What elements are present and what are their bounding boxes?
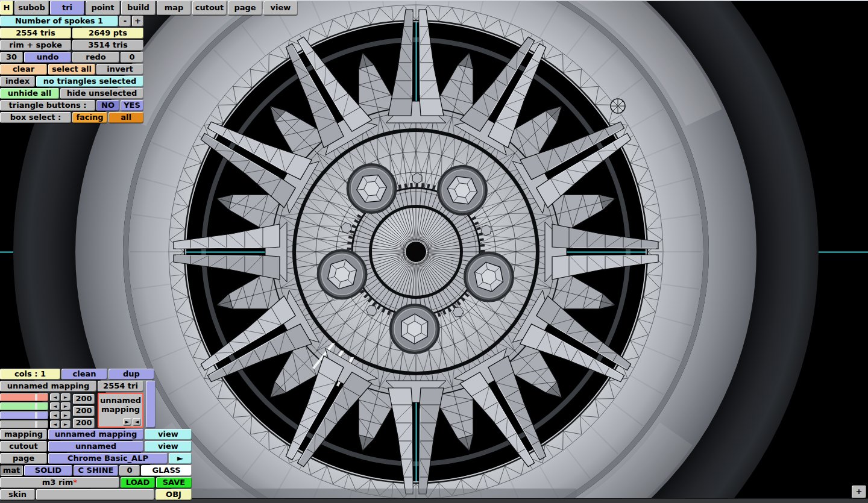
model-file-name[interactable]: m3 rim* [0, 477, 119, 488]
triangle-buttons-label: triangle buttons : [0, 100, 95, 111]
slider1-right-arrow[interactable]: ► [61, 393, 71, 401]
spokes-count-field[interactable]: Number of spokes 1 [0, 16, 118, 27]
skin-name-field[interactable] [36, 489, 154, 500]
save-button[interactable]: SAVE [156, 477, 192, 488]
slider3-left-arrow[interactable]: ◄ [50, 411, 60, 419]
spokes-increment-button[interactable]: + [132, 16, 143, 27]
clear-selection-button[interactable]: clear [0, 64, 47, 75]
active-mapping-line1: unnamed [99, 396, 142, 405]
tri-panel: Number of spokes 1 - + 2554 tris 2649 pt… [0, 16, 145, 124]
menu-tab-map[interactable]: map [157, 1, 191, 15]
mapping-panel: cols : 1 clean dup unnamed mapping 2554 … [0, 369, 193, 501]
slider-handle[interactable] [35, 421, 37, 428]
menu-tab-page[interactable]: page [228, 1, 262, 15]
mapping-prev-arrow[interactable]: ◄ [133, 418, 141, 425]
points-count-badge: 2649 pts [72, 28, 143, 39]
skin-button[interactable]: skin [0, 489, 35, 500]
slider3-value[interactable]: 200 [73, 418, 95, 428]
mapping-tri-count-badge: 2554 tri [98, 381, 143, 392]
mat-glass-button[interactable]: GLASS [141, 465, 192, 476]
clean-button[interactable]: clean [61, 369, 107, 380]
page-row-value[interactable]: Chrome Basic_ALP [48, 453, 168, 464]
undo-button[interactable]: undo [24, 52, 71, 63]
slider-track-green[interactable] [0, 402, 48, 410]
triangle-buttons-yes-toggle[interactable]: YES [121, 100, 143, 111]
select-all-button[interactable]: select all [48, 64, 95, 75]
mapping-list-scrollbar[interactable] [146, 381, 156, 428]
hub-nub [412, 173, 422, 184]
redo-button[interactable]: redo [72, 52, 119, 63]
load-button[interactable]: LOAD [121, 477, 155, 488]
triangle-buttons-no-toggle[interactable]: NO [96, 100, 119, 111]
menu-bar: H subob tri point build map cutout page … [0, 1, 298, 15]
menu-tab-subob[interactable]: subob [14, 1, 49, 15]
menu-tab-h[interactable]: H [0, 1, 13, 15]
slider-handle[interactable] [35, 394, 37, 401]
mapping-view-button[interactable]: view [145, 429, 192, 440]
active-mapping-box[interactable]: unnamed mapping ◄ ► [98, 393, 143, 428]
cols-button[interactable]: cols : 1 [0, 369, 60, 380]
lug-nut [465, 253, 513, 301]
selection-status-badge: no triangles selected [36, 76, 143, 87]
active-mapping-line2: mapping [99, 405, 142, 414]
box-select-all-toggle[interactable]: all [108, 112, 143, 123]
lug-nut [438, 166, 486, 214]
model-file-name-text: m3 rim [42, 478, 74, 487]
slider-handle[interactable] [35, 412, 37, 419]
page-row-label[interactable]: page [0, 453, 47, 464]
slider-track-red[interactable] [0, 393, 48, 401]
menu-tab-build[interactable]: build [121, 1, 156, 15]
mat-solid-button[interactable]: SOLID [24, 465, 72, 476]
menu-tab-tri[interactable]: tri [50, 1, 84, 15]
tris-count-badge: 2554 tris [0, 28, 71, 39]
menu-tab-cutout[interactable]: cutout [192, 1, 227, 15]
slider4-left-arrow[interactable]: ◄ [50, 420, 60, 428]
hide-unselected-button[interactable]: hide unselected [60, 88, 143, 99]
editor-root: H subob tri point build map cutout page … [0, 0, 868, 503]
zoom-in-button[interactable]: + [852, 486, 866, 498]
slider-handle[interactable] [35, 403, 37, 410]
hub-center-bore [406, 242, 426, 262]
lug-nut [391, 305, 439, 353]
undo-count-badge: 30 [0, 52, 23, 63]
invert-selection-button[interactable]: invert [96, 64, 143, 75]
mapping-row-value[interactable]: unnamed mapping [48, 429, 143, 440]
menu-tab-point[interactable]: point [86, 1, 120, 15]
menu-tab-view[interactable]: view [263, 1, 298, 15]
mat-value-badge[interactable]: 0 [119, 465, 140, 476]
valve-ball [611, 99, 625, 113]
spoke-disc [271, 107, 561, 396]
lug-nut [318, 250, 366, 298]
slider1-left-arrow[interactable]: ◄ [50, 393, 60, 401]
slider3-right-arrow[interactable]: ► [61, 411, 71, 419]
box-select-facing-toggle[interactable]: facing [72, 112, 107, 123]
slider2-value[interactable]: 200 [73, 406, 95, 416]
slider-track-purple[interactable] [0, 411, 48, 419]
mapping-row-label[interactable]: mapping [0, 429, 47, 440]
object-name-button[interactable]: rim + spoke [0, 40, 71, 51]
cutout-row-label[interactable]: cutout [0, 441, 47, 452]
spokes-decrement-button[interactable]: - [119, 16, 131, 27]
index-button[interactable]: index [0, 76, 35, 87]
slider4-right-arrow[interactable]: ► [61, 420, 71, 428]
dup-button[interactable]: dup [108, 369, 154, 380]
lug-nut [348, 164, 396, 213]
mat-button[interactable]: mat [0, 465, 23, 476]
color-slider-block: ◄ ► ◄ ► ◄ ► ◄ ► 200 200 200 unnamed mapp… [0, 393, 193, 429]
mapping-name-button[interactable]: unnamed mapping [0, 381, 96, 392]
mapping-next-arrow[interactable]: ► [123, 418, 131, 425]
redo-count-badge: 0 [121, 52, 143, 63]
cutout-row-value[interactable]: unnamed [48, 441, 143, 452]
slider-track-gray[interactable] [0, 420, 48, 428]
page-next-button[interactable]: ► [169, 453, 192, 464]
slider2-left-arrow[interactable]: ◄ [50, 402, 60, 410]
obj-export-button[interactable]: OBJ [156, 489, 192, 500]
cutout-view-button[interactable]: view [145, 441, 192, 452]
box-select-label: box select : [0, 112, 71, 123]
mat-cshine-button[interactable]: C SHINE [74, 465, 118, 476]
slider2-right-arrow[interactable]: ► [61, 402, 71, 410]
unsaved-changes-mark: * [73, 478, 77, 487]
slider1-value[interactable]: 200 [73, 394, 95, 404]
unhide-all-button[interactable]: unhide all [0, 88, 59, 99]
object-tris-badge: 3514 tris [72, 40, 143, 51]
